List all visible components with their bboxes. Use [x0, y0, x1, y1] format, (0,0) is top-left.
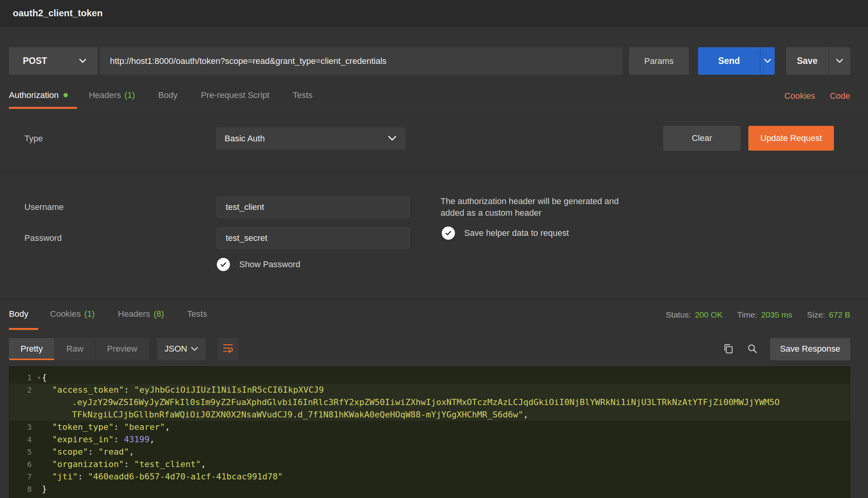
line-number-gutter [9, 409, 42, 421]
code-editor[interactable]: 1▾{2 "access_token": "eyJhbGciOiJIUzI1Ni… [9, 366, 850, 498]
code-line-text: "token_type": "bearer", [42, 421, 170, 433]
auth-type-select[interactable]: Basic Auth [216, 127, 405, 149]
username-field[interactable] [217, 197, 410, 218]
password-label: Password [24, 228, 62, 249]
tab-headers[interactable]: Headers (1) [77, 83, 146, 109]
line-number-gutter: 6 [9, 458, 42, 471]
authorization-panel: Type Basic Auth Clear Update Request Use… [0, 109, 868, 299]
code-line-text: TFkNzgiLCJjbGllbnRfaWQiOiJ0ZXN0X2NsaWVud… [42, 409, 528, 421]
wrap-text-icon [222, 342, 234, 355]
line-number: 2 [27, 385, 32, 395]
line-number-gutter: 1▾ [9, 371, 42, 384]
chevron-down-icon [764, 59, 771, 63]
auth-type-value: Basic Auth [225, 134, 265, 144]
code-line-text: "scope": "read", [42, 446, 134, 458]
code-line-text: "jti": "460eadd6-b657-4d70-a1cf-41bcac99… [42, 471, 283, 483]
response-section: Body Cookies (1) Headers (8) Tests Statu… [0, 299, 868, 498]
response-meta: Status: 200 OK Time: 2035 ms Size: 672 B [666, 300, 850, 330]
save-response-button[interactable]: Save Response [770, 338, 850, 360]
response-tab-body[interactable]: Body [9, 300, 38, 330]
code-line-text: .eyJzY29wZSI6WyJyZWFkIl0sIm9yZ2FuaXphdGl… [42, 396, 780, 409]
params-button[interactable]: Params [629, 47, 689, 75]
window-titlebar: oauth2_client_token [0, 0, 868, 27]
status-label: Status: [666, 310, 691, 319]
code-row: 8} [9, 483, 850, 495]
send-options-dropdown[interactable] [760, 47, 775, 75]
toolbar-right: Save Response [712, 338, 850, 360]
save-button-group: Save [786, 47, 850, 75]
url-input[interactable] [100, 47, 623, 75]
line-number-gutter: 2 [9, 384, 42, 396]
response-tab-cookies[interactable]: Cookies (1) [38, 300, 106, 330]
response-tabs: Body Cookies (1) Headers (8) Tests Statu… [0, 300, 868, 330]
save-helper-checkbox[interactable]: Save helper data to request [442, 227, 569, 240]
code-line-text: "expires_in": 43199, [42, 433, 154, 446]
send-button[interactable]: Send [698, 47, 760, 75]
password-field[interactable] [217, 228, 410, 249]
code-row: 2 "access_token": "eyJhbGciOiJIUzI1NiIsI… [9, 384, 850, 396]
tab-count: (8) [154, 309, 164, 319]
format-value: JSON [165, 344, 187, 354]
view-pretty-button[interactable]: Pretty [9, 338, 55, 360]
copy-button[interactable] [720, 341, 736, 357]
tab-label: Tests [293, 90, 312, 100]
line-number-gutter: 8 [9, 483, 42, 495]
line-number: 3 [27, 422, 32, 432]
save-helper-label: Save helper data to request [464, 228, 569, 238]
tab-label: Body [158, 90, 177, 100]
line-number: 7 [27, 472, 32, 481]
search-button[interactable] [744, 341, 760, 357]
code-line-text: { [42, 371, 47, 384]
save-options-dropdown[interactable] [829, 47, 850, 75]
format-select[interactable]: JSON [157, 338, 206, 360]
request-tab-title: oauth2_client_token [13, 8, 103, 19]
code-line-text: } [42, 483, 47, 495]
response-toolbar: Pretty Raw Preview JSON [0, 330, 868, 366]
method-dropdown[interactable]: POST [9, 47, 98, 75]
view-raw-button[interactable]: Raw [55, 338, 95, 360]
code-link[interactable]: Code [830, 91, 850, 101]
tab-label: Pre-request Script [201, 90, 269, 100]
tab-label: Headers [89, 90, 121, 100]
fold-toggle-icon[interactable]: ▾ [37, 371, 41, 384]
auth-type-label: Type [24, 127, 43, 149]
tab-label: Tests [187, 309, 207, 319]
code-row: 5 "scope": "read", [9, 446, 850, 458]
tab-tests[interactable]: Tests [281, 83, 324, 109]
code-row: .eyJzY29wZSI6WyJyZWFkIl0sIm9yZ2FuaXphdGl… [9, 396, 850, 409]
view-preview-button[interactable]: Preview [95, 338, 149, 360]
status-value: 200 OK [695, 310, 722, 319]
clear-button[interactable]: Clear [663, 126, 741, 151]
code-row: 6 "organization": "test_client", [9, 458, 850, 471]
save-button[interactable]: Save [786, 47, 829, 75]
chevron-down-icon [388, 136, 396, 141]
tab-count: (1) [125, 90, 135, 100]
divider [0, 172, 868, 172]
line-number: 4 [27, 435, 32, 444]
response-tab-tests[interactable]: Tests [176, 300, 219, 330]
auth-configured-dot [63, 93, 68, 97]
tab-authorization[interactable]: Authorization [9, 83, 77, 109]
tab-label: Body [9, 309, 28, 319]
tab-pre-request-script[interactable]: Pre-request Script [189, 83, 281, 109]
send-button-group: Send [698, 47, 775, 75]
wrap-text-toggle[interactable] [218, 338, 238, 360]
tabs-right-links: Cookies Code [784, 83, 850, 109]
copy-icon [722, 343, 734, 355]
tab-label: Headers [118, 309, 150, 319]
response-tab-headers[interactable]: Headers (8) [106, 300, 176, 330]
tab-count: (1) [84, 309, 95, 319]
username-label: Username [24, 197, 63, 218]
line-number: 1 [27, 373, 32, 382]
line-number: 8 [27, 484, 32, 494]
show-password-label: Show Password [239, 259, 300, 270]
line-number-gutter: 3 [9, 421, 42, 433]
cookies-link[interactable]: Cookies [784, 91, 815, 101]
code-row: TFkNzgiLCJjbGllbnRfaWQiOiJ0ZXN0X2NsaWVud… [9, 409, 850, 421]
update-request-button[interactable]: Update Request [748, 126, 834, 151]
show-password-checkbox[interactable]: Show Password [217, 258, 300, 271]
code-row: 1▾{ [9, 371, 850, 384]
line-number-gutter: 7 [9, 471, 42, 483]
size-value: 672 B [829, 310, 850, 319]
tab-body[interactable]: Body [146, 83, 189, 109]
